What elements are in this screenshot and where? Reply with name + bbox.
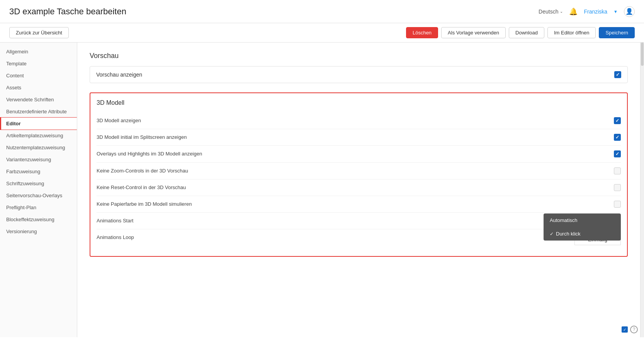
sidebar-item-allgemein[interactable]: Allgemein — [0, 46, 77, 58]
modell-section-title: 3D Modell — [97, 99, 621, 106]
main-content: Vorschau Vorschau anzeigen 3D Modell 3D … — [77, 43, 640, 337]
reset-checkbox[interactable] — [614, 184, 621, 191]
sidebar-item-editor[interactable]: Editor — [0, 118, 77, 130]
scrollbar-thumb[interactable] — [641, 43, 644, 66]
modell-box: 3D Modell 3D Modell anzeigen 3D Modell i… — [90, 92, 628, 257]
delete-button[interactable]: Löschen — [406, 27, 438, 38]
sidebar-item-preflight-plan[interactable]: Preflight-Plan — [0, 201, 77, 213]
user-name[interactable]: Franziska — [584, 9, 607, 15]
check-mark-icon: ✓ — [550, 231, 554, 237]
download-button[interactable]: Download — [509, 27, 544, 38]
scrollbar[interactable] — [640, 43, 644, 337]
vorschau-anzeigen-checkbox[interactable] — [614, 71, 621, 78]
vorschau-box: Vorschau anzeigen — [90, 66, 628, 83]
animations-loop-label: Animations Loop — [97, 234, 574, 241]
notification-bell-icon[interactable]: 🔔 — [569, 7, 578, 16]
language-chevron: ⌄ — [560, 9, 563, 14]
sidebar-item-verwendete-schriften[interactable]: Verwendete Schriften — [0, 94, 77, 106]
reset-label: Keine Reset-Control in der 3D Vorschau — [97, 184, 614, 191]
toolbar-right: Löschen Als Vorlage verwenden Download I… — [406, 27, 635, 38]
overlays-checkbox[interactable] — [614, 150, 621, 157]
header: 3D example Tasche bearbeiten Deutsch ⌄ 🔔… — [0, 0, 644, 23]
help-question-icon[interactable]: ? — [630, 326, 638, 333]
page-title: 3D example Tasche bearbeiten — [9, 7, 126, 17]
sidebar-item-template[interactable]: Template — [0, 58, 77, 70]
zoom-label: Keine Zoom-Controls in der 3D Vorschau — [97, 167, 614, 174]
table-row: Animations Loop Einmalig — [97, 229, 621, 250]
help-checkbox[interactable]: ✓ — [622, 326, 628, 333]
modell-anzeigen-checkbox[interactable] — [614, 117, 621, 124]
language-label: Deutsch — [539, 9, 558, 15]
user-chevron[interactable]: ▼ — [613, 9, 618, 14]
sidebar-item-benutzerdefinierte-attribute[interactable]: Benutzerdefinierte Attribute — [0, 106, 77, 118]
splitscreen-checkbox[interactable] — [614, 134, 621, 141]
table-row: Animations Start Automatisch ✓ Durch kli… — [97, 213, 621, 229]
sidebar-item-farbzuweisung[interactable]: Farbzuweisung — [0, 166, 77, 178]
main-layout: Allgemein Template Content Assets Verwen… — [0, 43, 644, 337]
table-row: Overlays und Highlights im 3D Modell anz… — [97, 146, 621, 162]
papier-label: Keine Papierfarbe im 3D Modell simuliere… — [97, 201, 614, 208]
sidebar-item-content[interactable]: Content — [0, 70, 77, 82]
sidebar-item-schriftzuweisung[interactable]: Schriftzuweisung — [0, 178, 77, 189]
language-selector[interactable]: Deutsch ⌄ — [539, 9, 563, 15]
table-row: Keine Papierfarbe im 3D Modell simuliere… — [97, 196, 621, 213]
save-button[interactable]: Speichern — [599, 27, 635, 38]
vorschau-anzeigen-label: Vorschau anzeigen — [96, 72, 142, 78]
back-button[interactable]: Zurück zur Übersicht — [9, 27, 69, 38]
vorschau-row: Vorschau anzeigen — [90, 67, 627, 83]
toolbar: Zurück zur Übersicht Löschen Als Vorlage… — [0, 23, 644, 43]
dropdown-option-durch-klick-label: Durch klick — [556, 231, 581, 237]
sidebar-item-artikeltemplatezuweisung[interactable]: Artikeltemplatezuweisung — [0, 130, 77, 142]
open-in-editor-button[interactable]: Im Editor öffnen — [547, 27, 596, 38]
sidebar-item-nutzentemplatezuweisung[interactable]: Nutzentemplatezuweisung — [0, 142, 77, 154]
toolbar-left: Zurück zur Übersicht — [9, 27, 69, 38]
animations-start-label: Animations Start — [97, 217, 621, 224]
sidebar-item-variantenzuweisung[interactable]: Variantenzuweisung — [0, 154, 77, 166]
sidebar-item-seitenvorschau-overlays[interactable]: Seitenvorschau-Overlays — [0, 189, 77, 201]
zoom-checkbox[interactable] — [614, 167, 621, 174]
user-avatar-icon[interactable]: 👤 — [624, 6, 635, 17]
bottom-help: ✓ ? — [622, 326, 638, 333]
use-as-template-button[interactable]: Als Vorlage verwenden — [441, 27, 506, 38]
table-row: 3D Modell initial im Splitscreen anzeige… — [97, 129, 621, 146]
table-row: Keine Reset-Control in der 3D Vorschau — [97, 179, 621, 196]
overlays-label: Overlays und Highlights im 3D Modell anz… — [97, 150, 614, 157]
animations-start-dropdown-menu[interactable]: Automatisch ✓ Durch klick — [544, 213, 621, 241]
table-row: Keine Zoom-Controls in der 3D Vorschau — [97, 163, 621, 179]
dropdown-option-durch-klick[interactable]: ✓ Durch klick — [544, 227, 621, 241]
header-right: Deutsch ⌄ 🔔 Franziska ▼ 👤 — [539, 6, 635, 17]
table-row: 3D Modell anzeigen — [97, 113, 621, 129]
sidebar: Allgemein Template Content Assets Verwen… — [0, 43, 77, 337]
vorschau-section-title: Vorschau — [90, 52, 628, 60]
sidebar-item-assets[interactable]: Assets — [0, 82, 77, 94]
dropdown-option-automatisch[interactable]: Automatisch — [544, 213, 621, 227]
modell-anzeigen-label: 3D Modell anzeigen — [97, 117, 614, 124]
splitscreen-label: 3D Modell initial im Splitscreen anzeige… — [97, 134, 614, 141]
sidebar-item-blockeffektzuweisung[interactable]: Blockeffektzuweisung — [0, 213, 77, 225]
papier-checkbox[interactable] — [614, 201, 621, 208]
sidebar-item-versionierung[interactable]: Versionierung — [0, 225, 77, 237]
